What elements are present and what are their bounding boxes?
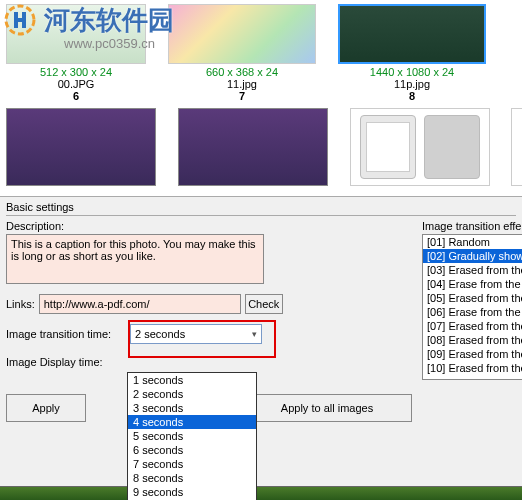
- thumb-index: 7: [239, 90, 245, 102]
- links-input[interactable]: [39, 294, 241, 314]
- effect-listbox[interactable]: [01] Random[02] Gradually show[03] Erase…: [422, 234, 522, 380]
- bottom-bar: [0, 486, 522, 500]
- description-input[interactable]: [6, 234, 264, 284]
- thumbnail-item[interactable]: [6, 108, 156, 186]
- effect-option[interactable]: [09] Erased from the lower right corner: [423, 347, 522, 361]
- thumbnail-item[interactable]: [350, 108, 490, 186]
- effect-option[interactable]: [06] Erase from the lower left corner an…: [423, 305, 522, 319]
- thumb-filename: 00.JPG: [58, 78, 95, 90]
- effect-option[interactable]: [04] Erase from the top left corner and …: [423, 277, 522, 291]
- dropdown-option[interactable]: 5 seconds: [128, 429, 256, 443]
- thumbnail-item[interactable]: [512, 108, 522, 186]
- dropdown-option[interactable]: 3 seconds: [128, 401, 256, 415]
- dropdown-option[interactable]: 1 seconds: [128, 373, 256, 387]
- dropdown-option[interactable]: 4 seconds: [128, 415, 256, 429]
- check-button[interactable]: Check: [245, 294, 283, 314]
- thumbnail-item[interactable]: 512 x 300 x 24 00.JPG 6: [6, 4, 146, 102]
- thumbnail-grid: 512 x 300 x 24 00.JPG 6 660 x 368 x 24 1…: [0, 0, 522, 197]
- apply-all-button[interactable]: Apply to all images: [242, 394, 412, 422]
- links-label: Links:: [6, 298, 35, 310]
- thumb-index: 6: [73, 90, 79, 102]
- effect-option[interactable]: [08] Erased from the upper right corner …: [423, 333, 522, 347]
- thumbnail-item[interactable]: [178, 108, 328, 186]
- dropdown-option[interactable]: 9 seconds: [128, 485, 256, 499]
- dropdown-option[interactable]: 2 seconds: [128, 387, 256, 401]
- effect-option[interactable]: [02] Gradually show: [423, 249, 522, 263]
- dropdown-option[interactable]: 7 seconds: [128, 457, 256, 471]
- thumb-filename: 11p.jpg: [394, 78, 430, 90]
- effect-label: Image transition effect:: [422, 220, 522, 232]
- watermark-url: www.pc0359.cn: [64, 36, 155, 51]
- thumbnail-item[interactable]: 660 x 368 x 24 11.jpg 7: [168, 4, 316, 102]
- effect-option[interactable]: [01] Random: [423, 235, 522, 249]
- transition-time-dropdown[interactable]: 1 seconds2 seconds3 seconds4 seconds5 se…: [127, 372, 257, 500]
- effect-option[interactable]: [05] Erased from the lower left corner: [423, 291, 522, 305]
- dropdown-option[interactable]: 8 seconds: [128, 471, 256, 485]
- section-title: Basic settings: [6, 201, 516, 216]
- thumb-index: 8: [409, 90, 415, 102]
- transition-time-label: Image transition time:: [6, 328, 126, 340]
- chevron-down-icon: ▾: [252, 329, 257, 339]
- thumb-dimensions: 512 x 300 x 24: [40, 66, 112, 78]
- effect-option[interactable]: [03] Erased from the upper left corner: [423, 263, 522, 277]
- transition-time-combo[interactable]: 2 seconds ▾: [130, 324, 262, 344]
- effect-option[interactable]: [10] Erased from the lower right corner …: [423, 361, 522, 375]
- thumb-dimensions: 660 x 368 x 24: [206, 66, 278, 78]
- combo-value: 2 seconds: [135, 328, 185, 340]
- display-time-label: Image Display time:: [6, 356, 126, 368]
- thumb-filename: 11.jpg: [227, 78, 257, 90]
- dropdown-option[interactable]: 6 seconds: [128, 443, 256, 457]
- thumb-dimensions: 1440 x 1080 x 24: [370, 66, 454, 78]
- thumbnail-item[interactable]: 1440 x 1080 x 24 11p.jpg 8: [338, 4, 486, 102]
- effect-option[interactable]: [07] Erased from the upper right corner: [423, 319, 522, 333]
- apply-button[interactable]: Apply: [6, 394, 86, 422]
- description-label: Description:: [6, 220, 412, 232]
